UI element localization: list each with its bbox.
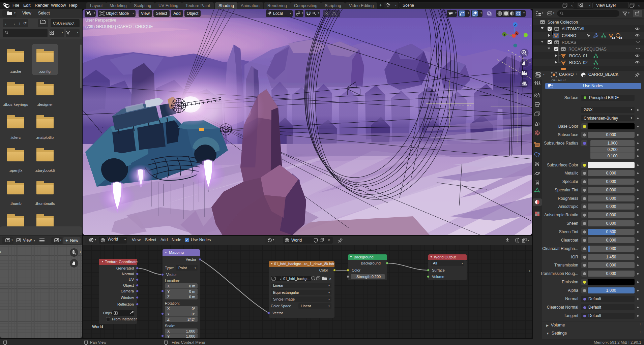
svg-text:0 m: 0 m (189, 284, 195, 288)
svg-text:Scale:: Scale: (165, 324, 175, 328)
svg-text:1.000: 1.000 (186, 329, 195, 333)
svg-text:0 m: 0 m (189, 295, 195, 299)
svg-text:(739) GROUND | CARRO : CHOQUE: (739) GROUND | CARRO : CHOQUE (85, 24, 153, 29)
svg-text:Linear: Linear (301, 304, 311, 308)
svg-text:Background: Background (361, 261, 381, 265)
svg-text:Vector: Vector (272, 311, 283, 315)
svg-text:0 m: 0 m (189, 289, 195, 293)
svg-text:Scene Collection: Scene Collection (548, 20, 578, 25)
svg-text:Reflection: Reflection (117, 302, 134, 306)
svg-text:01_hdri_backgro...ra_1_dawn_8k: 01_hdri_backgro...ra_1_dawn_8k.hdr (274, 262, 334, 266)
svg-text:Equirectangular: Equirectangular (273, 290, 299, 294)
svg-text:‹: ‹ (529, 269, 530, 273)
svg-text:Color: Color (319, 268, 328, 272)
svg-text:Generated: Generated (116, 266, 134, 270)
svg-text:Strength 0.200: Strength 0.200 (356, 275, 381, 279)
svg-text:Background: Background (354, 255, 374, 259)
svg-text:1.000: 1.000 (186, 334, 195, 338)
svg-text:Camera: Camera (121, 289, 134, 293)
svg-text:▾: ▾ (280, 278, 281, 281)
svg-text:▾: ▾ (195, 266, 196, 270)
svg-text:▾: ▾ (328, 298, 330, 301)
svg-text:242°: 242° (187, 317, 195, 321)
svg-text:Texture Coordinate: Texture Coordinate (105, 260, 138, 264)
svg-text:‹: ‹ (530, 23, 531, 27)
svg-text:Color Space: Color Space (271, 304, 291, 308)
svg-text:ROCA_02: ROCA_02 (569, 60, 588, 65)
svg-text:Y: Y (167, 312, 170, 316)
svg-text:Window: Window (121, 295, 134, 300)
svg-text:Mapping: Mapping (169, 250, 184, 254)
svg-text:Normal: Normal (122, 272, 134, 276)
svg-text:Y: Y (503, 33, 505, 36)
svg-text:Point: Point (178, 266, 187, 270)
svg-text:User Perspective: User Perspective (85, 18, 116, 23)
svg-text:Color: Color (352, 268, 361, 272)
svg-text:Object: Object (123, 283, 134, 287)
svg-text:Objec: Objec (103, 311, 113, 315)
svg-text:World Output: World Output (434, 255, 456, 259)
svg-text:Z: Z (167, 317, 170, 321)
svg-text:Volume: Volume (432, 275, 444, 279)
svg-text:▾: ▾ (462, 262, 463, 265)
svg-text:Z: Z (514, 23, 516, 27)
svg-text:01_hdri_backgr...: 01_hdri_backgr... (283, 277, 311, 281)
svg-text:CARRO: CARRO (562, 33, 576, 38)
svg-text:Linear: Linear (273, 283, 284, 287)
svg-text:Vector: Vector (166, 273, 177, 277)
svg-text:X: X (516, 32, 518, 35)
svg-text:Y: Y (167, 334, 170, 338)
svg-text:X: X (167, 284, 170, 288)
svg-text:×: × (329, 277, 331, 281)
svg-text:Surface: Surface (432, 268, 445, 272)
svg-text:0°: 0° (192, 312, 195, 316)
svg-text:AUTOMOVIL: AUTOMOVIL (562, 27, 586, 31)
svg-text:Vector: Vector (186, 257, 197, 261)
svg-text:▾: ▾ (328, 284, 330, 287)
svg-text:▾: ▾ (328, 291, 330, 294)
svg-text:16: 16 (619, 36, 622, 39)
svg-text:Type:: Type: (165, 266, 174, 270)
svg-text:World: World (92, 324, 103, 329)
svg-text:X: X (167, 307, 170, 311)
svg-text:▾: ▾ (328, 305, 330, 308)
svg-text:UV: UV (129, 278, 134, 282)
svg-text:13: 13 (612, 36, 615, 39)
svg-text:X: X (167, 329, 170, 333)
svg-text:Z: Z (167, 295, 170, 299)
svg-text:Location:: Location: (165, 279, 180, 283)
svg-text:0°: 0° (192, 307, 195, 311)
svg-text:Rotation:: Rotation: (165, 301, 180, 305)
svg-text:ROCA_01: ROCA_01 (569, 54, 588, 58)
svg-text:Y: Y (167, 289, 170, 293)
svg-text:From Instancer: From Instancer (112, 317, 137, 321)
svg-text:All: All (433, 261, 437, 265)
svg-text:Single Image: Single Image (273, 297, 295, 301)
svg-text:ROCAS PEQUEÑAS: ROCAS PEQUEÑAS (568, 47, 607, 52)
svg-text:ROCAS: ROCAS (562, 40, 576, 45)
